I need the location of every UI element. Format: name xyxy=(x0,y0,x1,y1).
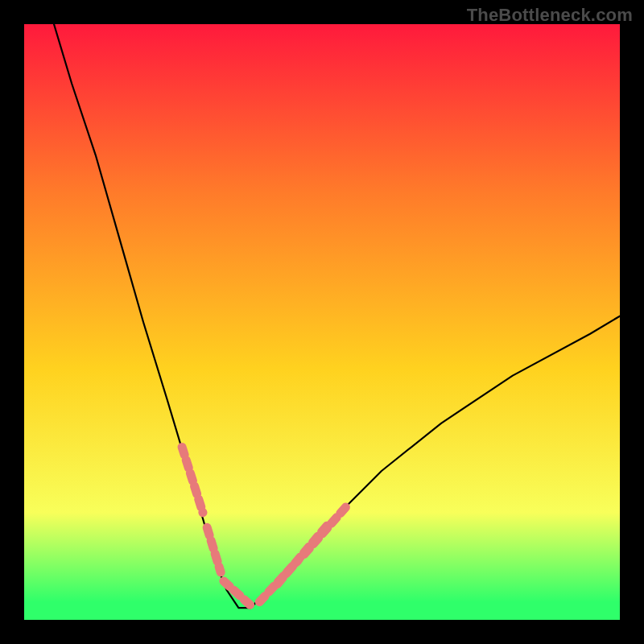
chart-frame: TheBottleneck.com xyxy=(0,0,644,644)
watermark-text: TheBottleneck.com xyxy=(467,5,633,26)
plot-area xyxy=(24,24,620,620)
bottleneck-curve-chart xyxy=(24,24,620,620)
